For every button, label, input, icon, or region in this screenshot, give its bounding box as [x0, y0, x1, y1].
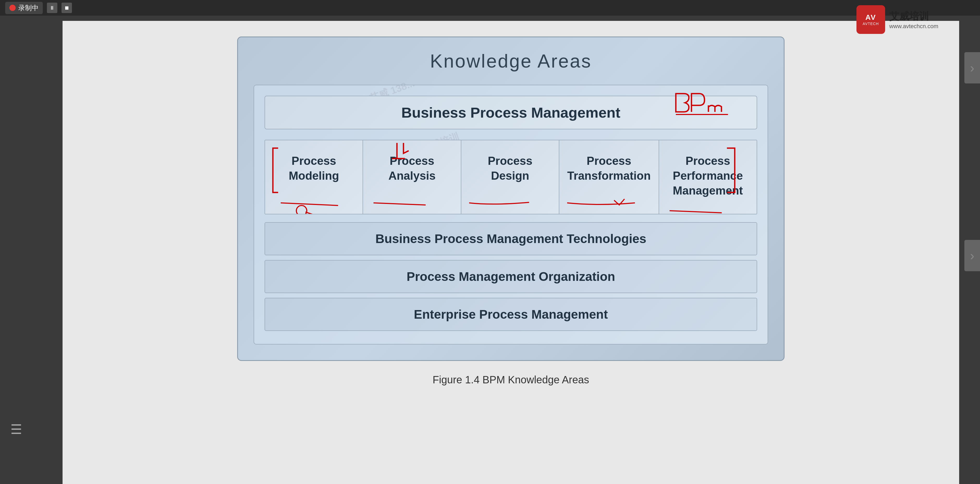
svg-line-3 [305, 212, 313, 214]
svg-line-1 [281, 203, 338, 205]
process-box-modeling: ProcessModeling [265, 140, 363, 214]
svg-line-5 [670, 211, 722, 213]
diagram-main-title: Knowledge Areas [254, 50, 768, 72]
bpm-header: Business Process Management [264, 96, 757, 129]
logo-text: 艾威培训 www.avtechcn.com [889, 10, 938, 30]
process-boxes-row: ProcessModeling ProcessAn [264, 140, 757, 214]
logo-area: AV AVTECH 艾威培训 www.avtechcn.com [856, 5, 938, 34]
svg-line-4 [374, 203, 426, 205]
company-url: www.avtechcn.com [889, 23, 938, 30]
process-transformation-title: ProcessTransformation [567, 153, 651, 183]
process-analysis-title: ProcessAnalysis [371, 153, 453, 183]
chevron-right-mid[interactable] [964, 240, 980, 271]
stop-button[interactable] [62, 3, 72, 13]
chevron-right-top[interactable] [964, 52, 980, 83]
process-modeling-title: ProcessModeling [273, 153, 355, 183]
company-name: 艾威培训 [889, 10, 938, 23]
diagram-container: 艾威 138... 艾威培训 www.avtechcn.com Knowledg… [237, 37, 784, 361]
enterprise-title: Enterprise Process Management [274, 307, 748, 322]
top-bar: 录制中 [0, 0, 980, 16]
bottom-section-enterprise: Enterprise Process Management [264, 298, 757, 331]
process-box-design: ProcessDesign [461, 140, 559, 214]
svg-point-2 [296, 205, 307, 214]
recording-indicator: 录制中 [5, 2, 43, 14]
organization-title: Process Management Organization [274, 269, 748, 284]
process-box-transformation: ProcessTransformation [559, 140, 659, 214]
logo-box: AV AVTECH [856, 5, 885, 34]
logo-av-text: AV [865, 13, 876, 22]
recording-dot [10, 5, 16, 11]
process-performance-title: ProcessPerformanceManagement [667, 153, 749, 198]
technologies-title: Business Process Management Technologies [274, 232, 748, 246]
bpm-annotation-svg [671, 88, 749, 120]
process-design-title: ProcessDesign [469, 153, 551, 183]
recording-label: 录制中 [18, 3, 38, 13]
bpm-title: Business Process Management [401, 104, 620, 121]
bottom-section-technologies: Business Process Management Technologies [264, 222, 757, 255]
figure-caption: Figure 1.4 BPM Knowledge Areas [237, 374, 784, 386]
bottom-section-organization: Process Management Organization [264, 260, 757, 293]
process-box-performance: ProcessPerformanceManagement [659, 140, 757, 214]
sidebar-menu-icon[interactable]: ☰ [10, 422, 22, 437]
process-box-analysis: ProcessAnalysis [363, 140, 461, 214]
main-content: 艾威 138... 艾威培训 www.avtechcn.com Knowledg… [62, 21, 959, 484]
logo-avtech-text: AVTECH [863, 22, 879, 26]
pause-button[interactable] [47, 3, 57, 13]
diagram-wrapper: 艾威 138... 艾威培训 www.avtechcn.com Knowledg… [237, 37, 784, 386]
inner-box: Business Process Management [254, 85, 768, 344]
